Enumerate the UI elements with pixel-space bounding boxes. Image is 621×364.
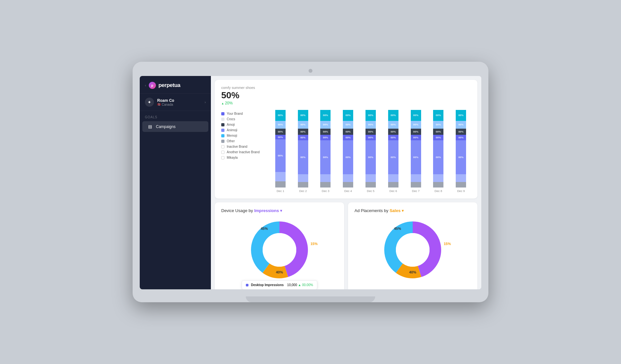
legend-swatch-other xyxy=(221,140,224,143)
tooltip-value: 10,000 xyxy=(287,283,297,287)
segment-cyan: 00% xyxy=(433,110,443,121)
tooltip-change: ▲ 00.00% xyxy=(298,283,313,287)
bar-group-dec1: 00% 00% 00% 00% 00% Dec 1 xyxy=(270,110,290,193)
segment-gray xyxy=(433,182,443,187)
segment-dark: 00% xyxy=(343,129,353,135)
legend-label-other: Other xyxy=(227,139,235,143)
bar-label-dec6: Dec 6 xyxy=(389,189,397,193)
ad-placements-card: Ad Placements by Sales ▾ 45% 15% xyxy=(348,202,477,289)
segment-dark: 00% xyxy=(456,129,466,135)
legend-swatch-amoji xyxy=(221,123,224,126)
svg-point-7 xyxy=(396,233,430,267)
segment-light-blue: 00% xyxy=(456,121,466,129)
impressions-dropdown-arrow[interactable]: ▾ xyxy=(279,208,282,213)
segment-gray xyxy=(320,182,331,187)
impressions-link[interactable]: Impressions xyxy=(254,208,279,213)
segment-light-blue: 00% xyxy=(320,121,331,129)
account-country: 🇨🇦 Canada xyxy=(157,103,202,106)
segment-light-indigo: 00% xyxy=(275,139,286,172)
segment-lighter xyxy=(320,174,331,182)
donut-label-45-ad: 45% xyxy=(394,227,401,230)
segment-cyan: 00% xyxy=(320,110,331,121)
app-name: perpetua xyxy=(158,82,180,89)
segment-light-blue: 00% xyxy=(433,121,443,129)
device-usage-donut: 45% 15% 40% xyxy=(247,218,312,282)
device-usage-title: Device Usage by Impressions ▾ xyxy=(221,208,338,213)
segment-indigo: 00% xyxy=(388,135,398,140)
bar-group-dec8: 00% 00% 00% 00% 00% Dec 8 xyxy=(428,110,448,193)
bottom-cards: Device Usage by Impressions ▾ 45% xyxy=(215,202,477,289)
country-flag: 🇨🇦 xyxy=(157,103,161,106)
bar-label-dec7: Dec 7 xyxy=(412,189,420,193)
stacked-bar-dec5: 00% 00% 00% 00% 00% xyxy=(365,110,376,187)
legend-label-crocs: Crocs xyxy=(227,117,235,121)
donut-label-15-ad: 15% xyxy=(444,242,451,246)
legend-item-animoji: Animoji xyxy=(221,128,267,132)
legend-swatch-inactive-brand xyxy=(221,145,224,148)
laptop-notch xyxy=(309,69,312,73)
legend-label-memoji: Memoji xyxy=(227,134,237,137)
sales-link[interactable]: Sales xyxy=(389,208,400,213)
sidebar-back-arrow[interactable]: ‹ xyxy=(145,83,146,87)
main-content: comfy summer shoes 50% 20% Your Brand Cr… xyxy=(211,76,481,289)
bar-group-dec2: 00% 00% 00% 00% 00% Dec 2 xyxy=(293,110,313,193)
segment-light-blue: 00% xyxy=(298,121,308,129)
goals-section-label: Goals xyxy=(140,111,211,121)
segment-dark: 00% xyxy=(411,129,421,135)
legend-label-your-brand: Your Brand xyxy=(227,112,243,115)
card-main-value: 50% xyxy=(221,91,471,100)
donut-label-40-device: 40% xyxy=(276,270,283,274)
segment-dark: 00% xyxy=(298,129,308,135)
card-subtitle: comfy summer shoes xyxy=(221,86,471,90)
sales-dropdown-arrow[interactable]: ▾ xyxy=(400,208,404,213)
segment-lighter xyxy=(365,174,376,182)
segment-light-indigo: 00% xyxy=(388,140,398,175)
share-of-voice-card: comfy summer shoes 50% 20% Your Brand Cr… xyxy=(215,80,477,198)
account-switcher[interactable]: ✦ Roam Co 🇨🇦 Canada › xyxy=(140,94,211,111)
segment-indigo: 00% xyxy=(456,135,466,140)
legend-item-other: Other xyxy=(221,139,267,143)
chart-legend: Your Brand Crocs Amoji Animoji xyxy=(221,109,267,193)
stacked-bar-dec3: 00% 00% 00% 00% 00% xyxy=(320,110,331,187)
legend-item-another-inactive-brand: Another Inactive Brand xyxy=(221,150,267,154)
segment-gray xyxy=(298,182,308,187)
segment-light-blue: 00% xyxy=(411,121,421,129)
ad-placements-donut: 45% 15% 40% xyxy=(380,218,445,282)
segment-indigo: 00% xyxy=(365,135,376,140)
bar-chart-area: 00% 00% 00% 00% 00% Dec 1 xyxy=(270,109,471,193)
account-expand-arrow[interactable]: › xyxy=(205,101,206,104)
segment-indigo: 00% xyxy=(298,135,308,140)
bar-group-dec5: 00% 00% 00% 00% 00% Dec 5 xyxy=(361,110,381,193)
card-change: 20% xyxy=(221,101,471,105)
donut-label-45-device: 45% xyxy=(261,227,268,230)
device-tooltip: Desktop Impressions 10,000 ▲ 00.00% xyxy=(242,280,317,289)
segment-light-indigo: 00% xyxy=(433,140,443,175)
segment-light-blue: 00% xyxy=(343,121,353,129)
segment-light-indigo: 00% xyxy=(343,140,353,175)
donut-label-40-ad: 40% xyxy=(409,270,416,274)
legend-swatch-another-inactive-brand xyxy=(221,151,224,154)
legend-item-mikayla: Mikayla xyxy=(221,156,267,159)
segment-cyan: 00% xyxy=(365,110,376,121)
legend-label-animoji: Animoji xyxy=(227,128,237,132)
segment-lighter xyxy=(343,174,353,182)
legend-label-mikayla: Mikayla xyxy=(227,156,238,159)
stacked-bar-dec6: 00% 00% 00% 00% 00% xyxy=(388,110,398,187)
legend-swatch-memoji xyxy=(221,134,224,137)
segment-indigo: 00% xyxy=(433,135,443,140)
bar-group-dec4: 00% 00% 00% 00% 00% Dec 4 xyxy=(338,110,358,193)
legend-swatch-your-brand xyxy=(221,112,224,115)
bar-label-dec3: Dec 3 xyxy=(322,189,330,193)
legend-label-inactive-brand: Inactive Brand xyxy=(227,145,247,148)
segment-lighter xyxy=(298,174,308,182)
segment-gray xyxy=(365,182,376,187)
segment-light-indigo: 00% xyxy=(320,140,331,175)
segment-dark: 00% xyxy=(275,129,286,135)
bar-label-dec2: Dec 2 xyxy=(299,189,307,193)
bar-chart-container: Your Brand Crocs Amoji Animoji xyxy=(221,109,471,193)
sidebar-item-campaigns[interactable]: ▤ Campaigns xyxy=(142,121,208,132)
segment-lighter-indigo xyxy=(275,172,286,181)
sidebar: ‹ p perpetua ✦ Roam Co 🇨🇦 Canada › Goals… xyxy=(140,76,211,289)
bars-row: 00% 00% 00% 00% 00% Dec 1 xyxy=(270,109,471,193)
stacked-bar-dec2: 00% 00% 00% 00% 00% xyxy=(298,110,308,187)
